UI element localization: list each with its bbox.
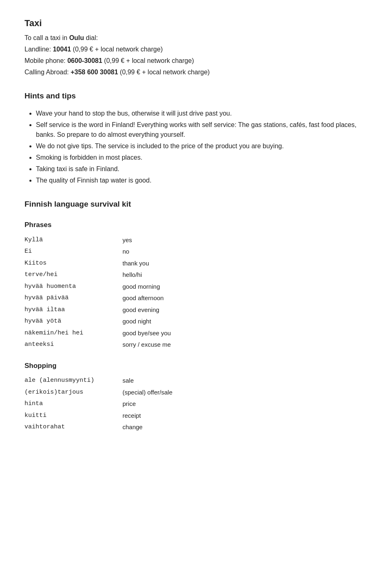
taxi-landline: Landline: 10041 (0,99 € + local network … (24, 45, 368, 54)
phrase-english: thank you (122, 258, 368, 270)
phrases-heading: Phrases (24, 220, 368, 230)
shopping-finnish: (erikois)tarjous (24, 387, 122, 399)
taxi-mobile: Mobile phone: 0600-30081 (0,99 € + local… (24, 56, 368, 66)
phrase-finnish: Kyllä (24, 234, 122, 246)
taxi-intro: To call a taxi in Oulu dial: (24, 33, 368, 43)
shopping-finnish: kuitti (24, 410, 122, 422)
phrase-row: Kiitos thank you (24, 258, 368, 270)
taxi-abroad: Calling Abroad: +358 600 30081 (0,99 € +… (24, 67, 368, 77)
finnish-heading: Finnish language survival kit (24, 198, 368, 210)
phrase-finnish: anteeksi (24, 339, 122, 351)
phrase-finnish: Ei (24, 246, 122, 258)
hints-section: Hints and tips Wave your hand to stop th… (24, 90, 368, 185)
phrase-finnish: Kiitos (24, 258, 122, 270)
shopping-finnish: hinta (24, 398, 122, 410)
phrase-finnish: näkemiin/hei hei (24, 328, 122, 339)
phrase-row: näkemiin/hei hei good bye/see you (24, 328, 368, 339)
phrase-row: terve/hei hello/hi (24, 269, 368, 281)
phrase-english: yes (122, 234, 368, 246)
hint-item: Smoking is forbidden in most places. (36, 153, 368, 163)
phrase-finnish: hyvää yötä (24, 316, 122, 328)
hints-heading: Hints and tips (24, 90, 368, 102)
shopping-table: ale (alennusmyynti) sale (erikois)tarjou… (24, 375, 368, 433)
phrase-finnish: hyvää huomenta (24, 281, 122, 293)
shopping-english: sale (122, 375, 368, 387)
shopping-row: hinta price (24, 398, 368, 410)
shopping-finnish: ale (alennusmyynti) (24, 375, 122, 387)
shopping-row: vaihtorahat change (24, 421, 368, 433)
shopping-english: (special) offer/sale (122, 387, 368, 399)
taxi-section: Taxi To call a taxi in Oulu dial: Landli… (24, 16, 368, 77)
phrase-row: Kyllä yes (24, 234, 368, 246)
phrase-row: Ei no (24, 246, 368, 258)
landline-suffix: (0,99 € + local network charge) (73, 46, 163, 53)
landline-number: 10041 (53, 46, 71, 53)
hint-item: We do not give tips. The service is incl… (36, 141, 368, 151)
phrase-english: good afternoon (122, 292, 368, 304)
shopping-heading: Shopping (24, 361, 368, 371)
hint-item: Taking taxi is safe in Finland. (36, 164, 368, 174)
phrase-finnish: hyvää iltaa (24, 304, 122, 316)
phrase-english: good evening (122, 304, 368, 316)
phrase-row: hyvää yötä good night (24, 316, 368, 328)
shopping-finnish: vaihtorahat (24, 421, 122, 433)
mobile-suffix: (0,99 € + local network charge) (104, 57, 194, 64)
hint-item: Self service is the word in Finland! Eve… (36, 120, 368, 140)
hint-item: The quality of Finnish tap water is good… (36, 176, 368, 185)
shopping-english: price (122, 398, 368, 410)
shopping-row: kuitti receipt (24, 410, 368, 422)
abroad-number: +358 600 30081 (71, 69, 118, 76)
phrase-english: good morning (122, 281, 368, 293)
phrase-english: good night (122, 316, 368, 328)
phrase-row: hyvää päivää good afternoon (24, 292, 368, 304)
finnish-section: Finnish language survival kit Phrases Ky… (24, 198, 368, 433)
phrase-english: hello/hi (122, 269, 368, 281)
shopping-english: change (122, 421, 368, 433)
shopping-english: receipt (122, 410, 368, 422)
phrase-row: anteeksi sorry / excuse me (24, 339, 368, 351)
phrase-row: hyvää iltaa good evening (24, 304, 368, 316)
shopping-row: ale (alennusmyynti) sale (24, 375, 368, 387)
taxi-heading: Taxi (24, 16, 368, 30)
shopping-row: (erikois)tarjous (special) offer/sale (24, 387, 368, 399)
phrase-row: hyvää huomenta good morning (24, 281, 368, 293)
phrase-english: sorry / excuse me (122, 339, 368, 351)
hint-item: Wave your hand to stop the bus, otherwis… (36, 109, 368, 118)
phrase-finnish: terve/hei (24, 269, 122, 281)
phrase-finnish: hyvää päivää (24, 292, 122, 304)
phrase-english: no (122, 246, 368, 258)
hints-list: Wave your hand to stop the bus, otherwis… (36, 109, 368, 185)
phrase-english: good bye/see you (122, 328, 368, 339)
abroad-suffix: (0,99 € + local network charge) (120, 69, 210, 76)
phrases-table: Kyllä yes Ei no Kiitos thank you terve/h… (24, 234, 368, 351)
mobile-number: 0600-30081 (67, 57, 102, 64)
